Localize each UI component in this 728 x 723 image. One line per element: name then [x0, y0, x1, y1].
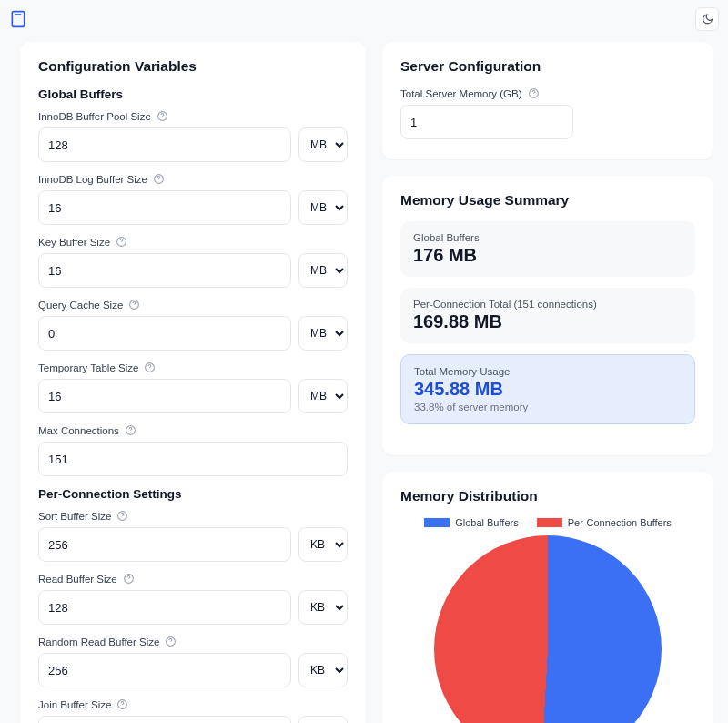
help-icon[interactable]	[116, 236, 127, 248]
max-connections-label: Max Connections	[38, 425, 119, 436]
field-label: Temporary Table Size	[38, 362, 138, 373]
summary-total-value: 345.88 MB	[414, 379, 682, 400]
server-card: Server Configuration Total Server Memory…	[382, 42, 713, 159]
help-icon[interactable]	[528, 87, 540, 99]
max-connections-field: Max Connections	[38, 424, 348, 476]
pie-chart	[434, 535, 662, 723]
summary-per-conn-label: Per-Connection Total (151 connections)	[413, 299, 682, 310]
per-conn-fields: Sort Buffer SizeKBRead Buffer SizeKBRand…	[38, 510, 348, 723]
field-label: Key Buffer Size	[38, 237, 110, 248]
pie-chart-wrap	[400, 534, 695, 723]
theme-toggle-button[interactable]	[695, 7, 719, 31]
help-icon[interactable]	[116, 510, 128, 522]
unit-select[interactable]: MB	[298, 190, 348, 225]
server-memory-input[interactable]	[400, 105, 573, 139]
config-field: Random Read Buffer SizeKB	[38, 636, 348, 687]
distribution-card: Memory Distribution Global Buffers Per-C…	[382, 472, 713, 723]
summary-total-label: Total Memory Usage	[414, 366, 682, 377]
right-column: Server Configuration Total Server Memory…	[382, 42, 713, 723]
field-label: Random Read Buffer Size	[38, 636, 159, 647]
unit-select[interactable]: MB	[298, 253, 348, 288]
help-icon[interactable]	[116, 698, 128, 710]
config-column: Configuration Variables Global Buffers I…	[20, 42, 366, 723]
unit-select[interactable]: MB	[298, 379, 348, 413]
help-icon[interactable]	[165, 636, 177, 647]
value-input[interactable]	[38, 527, 291, 562]
field-label: InnoDB Buffer Pool Size	[38, 111, 151, 122]
config-field: Sort Buffer SizeKB	[38, 510, 348, 562]
legend-swatch-per-conn	[537, 518, 562, 527]
summary-global-value: 176 MB	[413, 245, 682, 266]
summary-per-conn: Per-Connection Total (151 connections) 1…	[400, 288, 695, 343]
value-input[interactable]	[38, 653, 291, 687]
help-icon[interactable]	[125, 424, 136, 436]
summary-total-sub: 33.8% of server memory	[414, 402, 682, 412]
value-input[interactable]	[38, 190, 291, 225]
legend-item-per-conn: Per-Connection Buffers	[537, 517, 672, 528]
field-label: Sort Buffer Size	[38, 511, 111, 522]
summary-per-conn-value: 169.88 MB	[413, 311, 682, 332]
distribution-title: Memory Distribution	[400, 488, 695, 504]
main-layout: Configuration Variables Global Buffers I…	[0, 31, 728, 723]
help-icon[interactable]	[128, 299, 140, 311]
chart-legend: Global Buffers Per-Connection Buffers	[400, 517, 695, 528]
field-label: Read Buffer Size	[38, 574, 117, 585]
summary-total: Total Memory Usage 345.88 MB 33.8% of se…	[400, 354, 695, 424]
legend-label-per-conn: Per-Connection Buffers	[568, 517, 672, 528]
config-title: Configuration Variables	[38, 58, 348, 75]
server-memory-label: Total Server Memory (GB)	[400, 88, 522, 99]
unit-select[interactable]: MB	[298, 127, 348, 162]
unit-select[interactable]: KB	[298, 653, 348, 687]
summary-global-label: Global Buffers	[413, 232, 682, 243]
field-label: Query Cache Size	[38, 300, 123, 311]
summary-card: Memory Usage Summary Global Buffers 176 …	[382, 176, 713, 455]
value-input[interactable]	[38, 379, 291, 413]
summary-title: Memory Usage Summary	[400, 192, 695, 209]
legend-item-global: Global Buffers	[424, 517, 519, 528]
help-icon[interactable]	[157, 110, 168, 122]
help-icon[interactable]	[153, 173, 165, 185]
unit-select[interactable]: KB	[298, 590, 348, 625]
field-label: Join Buffer Size	[38, 699, 111, 710]
moon-icon	[702, 14, 713, 25]
summary-global: Global Buffers 176 MB	[400, 221, 695, 277]
app-logo	[9, 10, 27, 28]
help-icon[interactable]	[123, 573, 135, 585]
config-field: Join Buffer SizeKB	[38, 698, 348, 723]
unit-select[interactable]: MB	[298, 316, 348, 351]
config-field: Key Buffer SizeMB	[38, 236, 348, 288]
help-icon[interactable]	[144, 362, 156, 373]
config-card: Configuration Variables Global Buffers I…	[20, 42, 366, 723]
unit-select[interactable]: KB	[298, 716, 348, 723]
legend-swatch-global	[424, 518, 450, 527]
config-field: InnoDB Buffer Pool SizeMB	[38, 110, 348, 162]
value-input[interactable]	[38, 590, 291, 625]
topbar	[0, 0, 728, 31]
value-input[interactable]	[38, 716, 291, 723]
global-buffers-heading: Global Buffers	[38, 87, 348, 101]
max-connections-input[interactable]	[38, 442, 348, 476]
unit-select[interactable]: KB	[298, 527, 348, 562]
global-fields: InnoDB Buffer Pool SizeMBInnoDB Log Buff…	[38, 110, 348, 413]
legend-label-global: Global Buffers	[455, 517, 519, 528]
config-field: Read Buffer SizeKB	[38, 573, 348, 625]
config-field: Temporary Table SizeMB	[38, 362, 348, 413]
value-input[interactable]	[38, 253, 291, 288]
field-label: InnoDB Log Buffer Size	[38, 174, 147, 185]
value-input[interactable]	[38, 316, 291, 351]
config-field: InnoDB Log Buffer SizeMB	[38, 173, 348, 225]
config-field: Query Cache SizeMB	[38, 299, 348, 351]
server-title: Server Configuration	[400, 58, 695, 75]
value-input[interactable]	[38, 127, 291, 162]
per-connection-heading: Per-Connection Settings	[38, 487, 348, 501]
